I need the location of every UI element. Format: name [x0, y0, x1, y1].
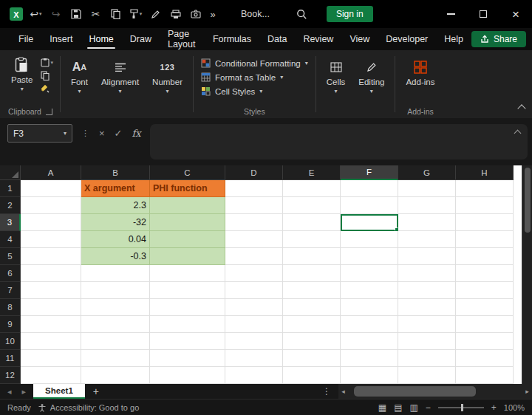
cell-F3[interactable]	[341, 214, 398, 231]
row-header-9[interactable]: 9	[0, 316, 21, 333]
cell-E7[interactable]	[283, 282, 341, 299]
menu-tab-insert[interactable]: Insert	[41, 28, 81, 50]
cell-A7[interactable]	[21, 282, 81, 299]
cell-F10[interactable]	[341, 333, 398, 350]
cell-H8[interactable]	[456, 299, 514, 316]
row-header-8[interactable]: 8	[0, 299, 21, 316]
cell-G1[interactable]	[398, 180, 456, 197]
cell-H1[interactable]	[456, 180, 514, 197]
menu-tab-help[interactable]: Help	[436, 28, 471, 50]
col-header-C[interactable]: C	[150, 165, 225, 180]
cell-C7[interactable]	[150, 282, 225, 299]
cell-H11[interactable]	[456, 350, 514, 367]
cell-B4[interactable]: 0.04	[81, 231, 150, 248]
print-button[interactable]	[166, 4, 185, 24]
cut-button[interactable]: ✂	[86, 4, 106, 24]
cells-group-button[interactable]: Cells ▾	[320, 54, 352, 95]
cell-B1[interactable]: X argument	[81, 180, 150, 197]
cell-B10[interactable]	[81, 333, 150, 350]
cell-E2[interactable]	[283, 197, 341, 214]
menu-tab-review[interactable]: Review	[295, 28, 341, 50]
row-header-6[interactable]: 6	[0, 265, 21, 282]
cell-D10[interactable]	[225, 333, 283, 350]
zoom-in-button[interactable]: +	[491, 402, 497, 413]
clipboard-dialog-launcher[interactable]	[46, 109, 52, 115]
number-group-button[interactable]: 123 Number ▾	[146, 54, 189, 95]
cell-B3[interactable]: -32	[81, 214, 150, 231]
copy-button[interactable]	[106, 4, 126, 24]
cell-A10[interactable]	[21, 333, 81, 350]
cell-G12[interactable]	[398, 367, 456, 384]
cell-D7[interactable]	[225, 282, 283, 299]
cell-G7[interactable]	[398, 282, 456, 299]
menu-tab-page-layout[interactable]: Page Layout	[160, 28, 205, 50]
cell-G6[interactable]	[398, 265, 456, 282]
menu-tab-file[interactable]: File	[10, 28, 41, 50]
cell-F8[interactable]	[341, 299, 398, 316]
sheet-tab-sheet1[interactable]: Sheet1	[33, 384, 85, 399]
close-button[interactable]: ×	[499, 0, 532, 28]
cell-E1[interactable]	[283, 180, 341, 197]
undo-button[interactable]: ↩▾	[26, 4, 46, 24]
cell-B12[interactable]	[81, 367, 150, 384]
row-header-1[interactable]: 1	[0, 180, 21, 197]
cell-G11[interactable]	[398, 350, 456, 367]
cell-E11[interactable]	[283, 350, 341, 367]
fill-handle[interactable]	[395, 227, 398, 231]
cell-H9[interactable]	[456, 316, 514, 333]
vertical-scrollbar-thumb[interactable]	[525, 168, 531, 233]
page-layout-view-button[interactable]: ▤	[394, 402, 402, 413]
cell-D9[interactable]	[225, 316, 283, 333]
cell-B2[interactable]: 2.3	[81, 197, 150, 214]
cell-G5[interactable]	[398, 248, 456, 265]
cell-F7[interactable]	[341, 282, 398, 299]
cell-E6[interactable]	[283, 265, 341, 282]
cell-B5[interactable]: -0.3	[81, 248, 150, 265]
cell-D12[interactable]	[225, 367, 283, 384]
menu-tab-view[interactable]: View	[341, 28, 378, 50]
cell-B6[interactable]	[81, 265, 150, 282]
cell-A4[interactable]	[21, 231, 81, 248]
row-header-3[interactable]: 3	[0, 214, 21, 231]
paste-options-button[interactable]: ▾	[41, 58, 53, 67]
row-header-5[interactable]: 5	[0, 248, 21, 265]
cell-D2[interactable]	[225, 197, 283, 214]
cell-F4[interactable]	[341, 231, 398, 248]
name-box-splitter-icon[interactable]: ⋮	[81, 128, 89, 138]
zoom-out-button[interactable]: −	[426, 402, 431, 413]
horizontal-scrollbar[interactable]: ◂ ▸	[338, 384, 532, 399]
cell-C2[interactable]	[150, 197, 225, 214]
quick-access-overflow-button[interactable]: »	[205, 9, 220, 20]
cell-G8[interactable]	[398, 299, 456, 316]
cell-E12[interactable]	[283, 367, 341, 384]
cell-styles-button[interactable]: Cell Styles ▾	[197, 85, 312, 97]
cell-E5[interactable]	[283, 248, 341, 265]
cell-H5[interactable]	[456, 248, 514, 265]
scroll-left-icon[interactable]: ◂	[338, 388, 348, 395]
editing-group-button[interactable]: Editing ▾	[352, 54, 391, 95]
cell-H4[interactable]	[456, 231, 514, 248]
col-header-D[interactable]: D	[225, 165, 283, 180]
cell-H12[interactable]	[456, 367, 514, 384]
cell-D1[interactable]	[225, 180, 283, 197]
cell-C12[interactable]	[150, 367, 225, 384]
cell-C1[interactable]: PHI function	[150, 180, 225, 197]
sheet-options-menu-icon[interactable]: ⋮	[315, 384, 338, 399]
normal-view-button[interactable]: ▦	[378, 402, 386, 413]
cell-F6[interactable]	[341, 265, 398, 282]
excel-logo-icon[interactable]: X	[6, 4, 26, 24]
row-header-2[interactable]: 2	[0, 197, 21, 214]
cell-A5[interactable]	[21, 248, 81, 265]
col-header-G[interactable]: G	[398, 165, 456, 180]
format-painter-caret-icon[interactable]: ▾	[140, 11, 143, 17]
cell-A6[interactable]	[21, 265, 81, 282]
cell-F5[interactable]	[341, 248, 398, 265]
cell-C4[interactable]	[150, 231, 225, 248]
cell-A3[interactable]	[21, 214, 81, 231]
cell-D3[interactable]	[225, 214, 283, 231]
cell-D8[interactable]	[225, 299, 283, 316]
zoom-level[interactable]: 100%	[504, 403, 525, 412]
undo-caret-icon[interactable]: ▾	[39, 11, 42, 17]
horizontal-scrollbar-thumb[interactable]	[354, 386, 476, 397]
draw-pen-button[interactable]	[146, 4, 166, 24]
